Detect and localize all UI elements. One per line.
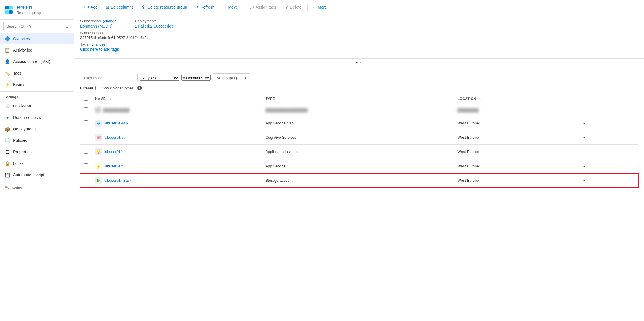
resource-type: Cognitive Services [262, 130, 454, 145]
deployments-value-link[interactable]: 1 Failed,2 Succeeded [135, 24, 173, 28]
sidebar-item-quickstart-label: Quickstart [13, 104, 31, 108]
row-more-options-button[interactable]: ··· [580, 176, 589, 185]
delete-button[interactable]: 🗑 Delete [281, 3, 305, 11]
sidebar: RG001 Resource group « 🔷 Overview 📋 Acti… [0, 0, 74, 321]
add-button[interactable]: + + Add [79, 2, 101, 12]
name-sort-icon[interactable]: ↑↓ [108, 97, 111, 101]
svg-rect-4 [9, 10, 13, 14]
type-sort-icon[interactable]: ↑↓ [277, 97, 281, 101]
row-checkbox-4[interactable] [84, 163, 88, 168]
edit-columns-button[interactable]: ⊞ Edit columns [102, 3, 137, 11]
sidebar-item-policies[interactable]: 📄 Policies [0, 135, 74, 146]
svg-rect-1 [5, 6, 9, 9]
sidebar-item-overview[interactable]: 🔷 Overview [0, 33, 74, 44]
subscription-id-group: Subscription ID 397015c1-c8bb-4d61-9527-… [80, 31, 148, 40]
deployments-label: Deployments [135, 19, 173, 23]
resource-name-link[interactable]: ⚡ labuser01fn [95, 163, 259, 170]
type-column-header: TYPE [266, 97, 275, 101]
select-all-checkbox[interactable] [84, 96, 88, 101]
subscription-change-link[interactable]: (change) [103, 19, 117, 23]
app-insights-icon: 💡 [95, 148, 102, 155]
resource-name-text: labuser01fn [104, 150, 124, 154]
tags-group: Tags (change) Click here to add tags [80, 42, 119, 52]
resource-location: West Europe [454, 116, 576, 130]
assign-tags-button[interactable]: 🏷 Assign tags [246, 3, 280, 11]
add-tags-link[interactable]: Click here to add tags [80, 47, 119, 52]
monitoring-section-title: Monitoring [0, 182, 74, 191]
show-hidden-types-checkbox[interactable] [95, 86, 100, 90]
sidebar-item-locks[interactable]: 🔒 Locks [0, 158, 74, 169]
resource-type: Storage account [262, 173, 454, 188]
info-icon[interactable]: i [137, 86, 142, 90]
grouping-select-wrapper: No grouping Resource type Location Tag ▼ [213, 73, 250, 82]
sidebar-item-tags[interactable]: 🏷️ Tags [0, 67, 74, 79]
collapse-sidebar-button[interactable]: « [63, 22, 71, 30]
resource-name-link[interactable]: 💡 labuser01fn [95, 148, 259, 155]
show-hidden-types-label: Show hidden types [102, 86, 134, 90]
table-row: 🧠 labuser01-cv Cognitive Services West E… [80, 130, 638, 145]
more-button[interactable]: ··· More [310, 3, 330, 11]
sidebar-item-locks-label: Locks [13, 161, 24, 166]
policies-icon: 📄 [5, 138, 10, 143]
app-service-icon: ⚡ [95, 163, 102, 170]
subscription-id-value: 397015c1-c8bb-4d61-9527-2101ff4a6cfc [80, 36, 148, 40]
delete-resource-group-button[interactable]: 🗑 Delete resource group [138, 3, 191, 11]
sidebar-item-deployments[interactable]: 📦 Deployments [0, 123, 74, 135]
sidebar-item-events[interactable]: ⚡ Events [0, 79, 74, 90]
row-checkbox-1[interactable] [84, 120, 88, 125]
row-more-options-button[interactable]: ··· [580, 133, 589, 142]
subscription-value-link[interactable]: Lohmann (MSDN) [80, 24, 117, 28]
events-icon: ⚡ [5, 82, 10, 87]
table-row: ⚙ labuser01-asp App Service plan West Eu… [80, 116, 638, 130]
resource-location: West Europe [454, 145, 576, 159]
sidebar-item-properties[interactable]: ☰ Properties [0, 146, 74, 158]
row-more-options-button[interactable]: ··· [580, 119, 589, 127]
sidebar-item-resource-costs-label: Resource costs [13, 115, 41, 120]
sidebar-item-activity-log[interactable]: 📋 Activity log [0, 44, 74, 56]
resource-name-link[interactable]: ⚙ labuser01-asp [95, 120, 259, 127]
sidebar-item-quickstart[interactable]: ☁️ Quickstart [0, 100, 74, 112]
resource-name-link[interactable]: 🧠 labuser01-cv [95, 134, 259, 141]
subscription-label: Subscription [80, 19, 101, 23]
sidebar-item-resource-costs[interactable]: ● Resource costs [0, 112, 74, 123]
sidebar-item-access-control[interactable]: 👤 Access control (IAM) [0, 56, 74, 67]
nav-items: 🔷 Overview 📋 Activity log 👤 Access contr… [0, 33, 74, 90]
cognitive-icon: 🧠 [95, 134, 102, 141]
resource-location: West Europe [454, 173, 576, 188]
refresh-button[interactable]: ↺ Refresh [192, 3, 218, 11]
row-checkbox-3[interactable] [84, 149, 88, 154]
location-column-header: LOCATION [457, 97, 476, 101]
info-section: Subscription (change) Lohmann (MSDN) Dep… [74, 14, 644, 59]
sidebar-header: RG001 Resource group [0, 0, 74, 20]
resource-name-text: labuser01fn [104, 164, 124, 168]
sidebar-item-automation-script[interactable]: 💾 Automation script [0, 169, 74, 181]
table-row: ⚡ labuser01fn App Service West Europe ··… [80, 159, 638, 173]
grouping-select[interactable]: No grouping Resource type Location Tag [213, 73, 250, 82]
row-more-options-button[interactable]: ··· [580, 148, 589, 156]
chevron-up-icon: ⌃⌃ [355, 61, 364, 67]
search-input[interactable] [3, 22, 60, 30]
filter-row: All types App Service plan Cognitive Ser… [80, 73, 638, 82]
delete-group-icon: 🗑 [142, 5, 146, 9]
move-icon: → [222, 5, 226, 9]
row-more-options-button[interactable]: ··· [580, 162, 589, 170]
resource-group-logo [3, 5, 14, 15]
sidebar-item-events-label: Events [13, 82, 25, 87]
row-checkbox-2[interactable] [84, 135, 88, 139]
collapse-arrow[interactable]: ⌃⌃ [74, 59, 644, 69]
locations-filter-select[interactable]: All locations West Europe East US North … [181, 75, 211, 81]
types-filter-select[interactable]: All types App Service plan Cognitive Ser… [140, 75, 179, 81]
row-checkbox[interactable] [84, 107, 88, 112]
sidebar-item-deployments-label: Deployments [13, 127, 37, 131]
move-button[interactable]: → Move [219, 3, 241, 11]
location-sort-icon[interactable]: ↑↓ [478, 97, 482, 101]
row-checkbox-5[interactable] [84, 178, 88, 182]
sidebar-item-automation-script-label: Automation script [13, 173, 44, 177]
add-icon: + [83, 4, 86, 10]
tags-change-link[interactable]: (change) [90, 42, 105, 46]
info-row-3: Tags (change) Click here to add tags [80, 42, 638, 52]
properties-icon: ☰ [5, 149, 10, 155]
filter-by-name-input[interactable] [80, 74, 138, 82]
resource-name-link[interactable]: 🗄 labuser01fn8ac4 [95, 177, 259, 184]
sidebar-search-container: « [0, 20, 74, 33]
